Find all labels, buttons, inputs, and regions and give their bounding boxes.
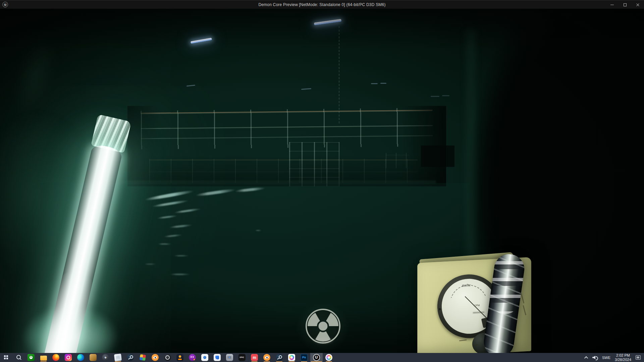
taskbar-photoshop[interactable]: Ps [298,353,310,362]
taskbar-notes-app[interactable] [112,353,124,362]
taskbar-epic-games[interactable]: EPIC [236,353,248,362]
radiation-trefoil-icon [305,308,341,345]
taskbar-milanote[interactable]: m [248,353,261,362]
geiger-counter: mr/hr CPM [415,257,534,353]
taskbar-blue-app[interactable] [211,353,223,362]
notification-icon [636,355,641,360]
taskbar-firefox[interactable] [50,353,62,362]
taskbar-edge[interactable] [74,353,87,362]
close-icon [636,3,640,7]
taskbar-file-explorer[interactable] [37,353,50,362]
tray-date: 3/28/2024 [615,358,631,362]
maximize-icon [624,3,627,6]
taskbar-xbox[interactable] [25,353,37,362]
taskbar-emblem-app[interactable]: ◆ [99,353,112,362]
taskbar-purple-monster-app[interactable] [186,353,199,362]
speaker-icon [592,355,598,360]
minimize-icon [610,5,614,5]
hidden-icons-button[interactable] [585,353,588,362]
game-viewport[interactable]: mr/hr CPM [0,9,644,353]
taskbar-blender-running[interactable] [261,353,273,362]
window-title: Demon Core Preview [NetMode: Standalone … [0,2,644,7]
taskbar-steam-running[interactable] [273,353,285,362]
system-tray: SWE 2:02 PM 3/28/2024 [582,353,644,362]
chevron-up-icon [584,356,588,360]
taskbar-unreal-editor[interactable]: U [310,353,323,362]
taskbar-blender[interactable] [149,353,161,362]
taskbar-character-app[interactable] [87,353,99,362]
windows-taskbar: ◆ [0,353,644,362]
taskbar-paint-app[interactable] [323,353,335,362]
unreal-logo-icon: u [2,2,8,7]
gauge-scale-arc [449,284,489,323]
minimize-button[interactable] [606,0,619,9]
tray-time: 2:02 PM [616,353,630,358]
search-button[interactable] [12,353,25,362]
taskbar-adobe-creative-cloud[interactable] [285,353,298,362]
start-button[interactable] [0,353,12,362]
close-button[interactable] [631,0,644,9]
taskbar-obs-studio[interactable] [161,353,174,362]
taskbar-steam[interactable] [124,353,137,362]
taskbar-gray-utility-app[interactable] [223,353,236,362]
taskbar-camera-app[interactable] [199,353,211,362]
taskbar-color-shapes-app[interactable] [137,353,149,362]
taskbar-photos-app[interactable] [62,353,74,362]
taskbar-icons: ◆ [0,353,335,362]
maximize-button[interactable] [619,0,631,9]
volume-button[interactable] [592,353,598,362]
window-titlebar[interactable]: u Demon Core Preview [NetMode: Standalon… [0,0,644,9]
clock[interactable]: 2:02 PM 3/28/2024 [615,353,631,362]
action-center-button[interactable] [636,353,641,362]
language-indicator[interactable]: SWE [602,353,610,362]
taskbar-penguin-app[interactable] [174,353,186,362]
